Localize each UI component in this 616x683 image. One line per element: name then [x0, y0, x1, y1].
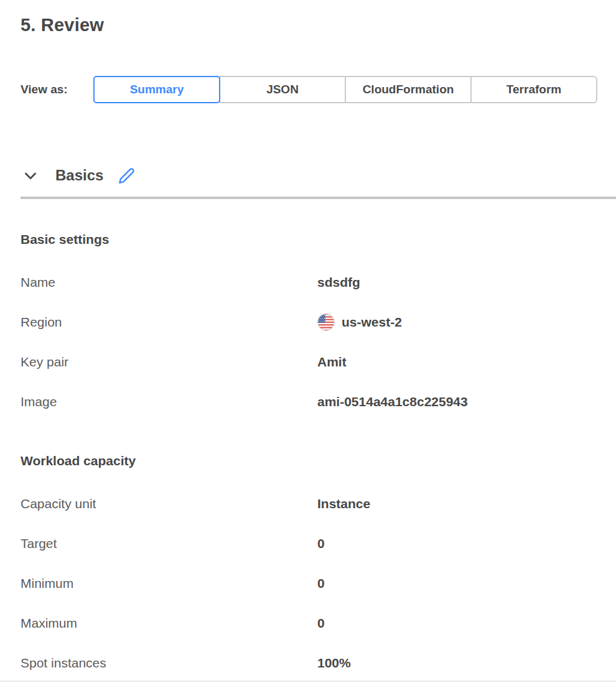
row-label: Capacity unit — [21, 496, 317, 511]
review-step-page: 5. Review View as: Summary JSON CloudFor… — [0, 0, 616, 683]
row-region: Region — [21, 302, 599, 342]
basic-settings-rows: Name sdsdfg Region — [21, 263, 599, 422]
row-label: Name — [21, 275, 317, 290]
collapse-toggle-button[interactable] — [22, 167, 39, 184]
row-value: 0 — [317, 536, 325, 551]
page-title: 5. Review — [21, 0, 599, 36]
row-label: Target — [21, 536, 317, 551]
row-value: 0 — [317, 616, 325, 631]
workload-capacity-heading: Workload capacity — [21, 453, 599, 469]
pencil-icon — [118, 167, 135, 184]
row-key-pair: Key pair Amit — [21, 342, 599, 382]
row-value: 100% — [317, 656, 351, 671]
row-value: us-west-2 — [317, 314, 402, 331]
row-capacity-unit: Capacity unit Instance — [21, 484, 599, 524]
tab-json[interactable]: JSON — [219, 76, 346, 103]
view-as-segmented-control: Summary JSON CloudFormation Terraform — [93, 76, 597, 103]
basics-section-header: Basics — [21, 165, 599, 185]
bottom-divider — [0, 681, 616, 682]
basic-settings-heading: Basic settings — [21, 231, 599, 248]
row-image: Image ami-0514a4a1c8c225943 — [21, 382, 599, 422]
edit-basics-button[interactable] — [118, 167, 135, 184]
view-as-row: View as: Summary JSON CloudFormation Ter… — [21, 76, 599, 103]
chevron-down-icon — [22, 167, 39, 184]
tab-terraform[interactable]: Terraform — [470, 76, 597, 103]
row-name: Name sdsdfg — [21, 263, 599, 302]
basics-section-title: Basics — [55, 167, 103, 184]
basics-divider — [21, 197, 616, 199]
workload-capacity-rows: Capacity unit Instance Target 0 Minimum … — [21, 484, 599, 683]
row-spot-instances: Spot instances 100% — [21, 643, 599, 683]
view-as-label: View as: — [21, 83, 93, 96]
row-value: Amit — [317, 355, 347, 369]
row-label: Minimum — [21, 576, 317, 591]
row-label: Spot instances — [21, 656, 317, 671]
row-label: Key pair — [21, 355, 317, 369]
row-label: Region — [21, 315, 317, 330]
tab-summary[interactable]: Summary — [93, 76, 220, 103]
row-value: ami-0514a4a1c8c225943 — [317, 394, 468, 409]
us-flag-icon — [317, 314, 335, 331]
region-value-text: us-west-2 — [342, 315, 402, 330]
row-label: Maximum — [21, 616, 317, 631]
tab-cloudformation[interactable]: CloudFormation — [345, 76, 472, 103]
row-maximum: Maximum 0 — [21, 603, 599, 643]
row-minimum: Minimum 0 — [21, 564, 599, 603]
row-value: 0 — [317, 576, 325, 591]
row-target: Target 0 — [21, 524, 599, 564]
row-label: Image — [21, 394, 317, 409]
row-value: Instance — [317, 496, 370, 511]
row-value: sdsdfg — [317, 275, 360, 290]
